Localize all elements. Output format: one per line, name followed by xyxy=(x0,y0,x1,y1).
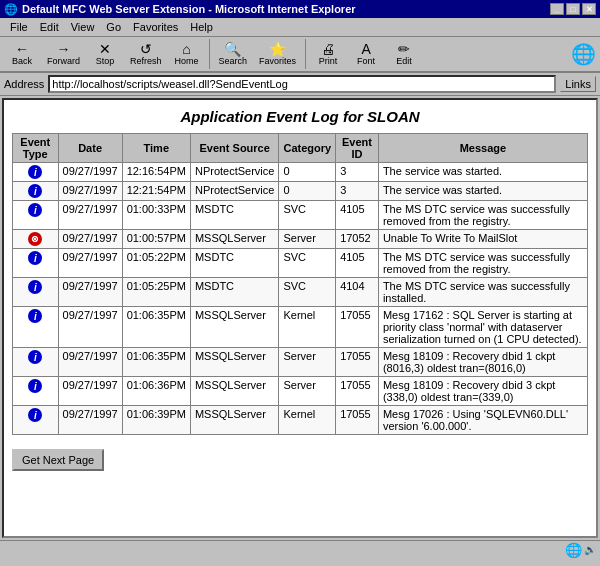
cell-category: SVC xyxy=(279,278,336,307)
cell-date: 09/27/1997 xyxy=(58,201,122,230)
ie-logo: 🌐 xyxy=(571,42,596,66)
stop-button[interactable]: ✕ Stop xyxy=(87,39,123,69)
menu-edit[interactable]: Edit xyxy=(34,20,65,34)
refresh-button[interactable]: ↺ Refresh xyxy=(125,39,167,69)
error-icon: ⊗ xyxy=(28,232,42,246)
cell-event_id: 3 xyxy=(336,163,379,182)
cell-message: The service was started. xyxy=(378,163,587,182)
font-button[interactable]: A Font xyxy=(348,39,384,69)
links-button[interactable]: Links xyxy=(560,76,596,92)
table-row: i09/27/199701:06:35PMMSSQLServerServer17… xyxy=(13,348,588,377)
cell-message: Mesg 18109 : Recovery dbid 1 ckpt (8016,… xyxy=(378,348,587,377)
event-table: Event Type Date Time Event Source Catego… xyxy=(12,133,588,435)
cell-event_id: 17055 xyxy=(336,307,379,348)
menu-view[interactable]: View xyxy=(65,20,101,34)
title-bar: 🌐 Default MFC Web Server Extension - Mic… xyxy=(0,0,600,18)
search-icon: 🔍 xyxy=(224,42,241,56)
info-icon: i xyxy=(28,251,42,265)
col-event-id: Event ID xyxy=(336,134,379,163)
cell-source: NProtectService xyxy=(190,182,278,201)
get-next-page-button[interactable]: Get Next Page xyxy=(12,449,104,471)
edit-icon: ✏ xyxy=(398,42,410,56)
cell-time: 01:06:39PM xyxy=(122,406,190,435)
home-button[interactable]: ⌂ Home xyxy=(169,39,205,69)
table-row: i09/27/199701:06:39PMMSSQLServerKernel17… xyxy=(13,406,588,435)
cell-event_id: 4105 xyxy=(336,201,379,230)
cell-date: 09/27/1997 xyxy=(58,163,122,182)
cell-message: The MS DTC service was successfully remo… xyxy=(378,249,587,278)
font-label: Font xyxy=(357,56,375,66)
cell-time: 01:05:25PM xyxy=(122,278,190,307)
table-row: i09/27/199701:05:22PMMSDTCSVC4105The MS … xyxy=(13,249,588,278)
menu-favorites[interactable]: Favorites xyxy=(127,20,184,34)
content-area[interactable]: Application Event Log for SLOAN Event Ty… xyxy=(2,98,598,538)
cell-date: 09/27/1997 xyxy=(58,182,122,201)
cell-message: Mesg 17026 : Using 'SQLEVN60.DLL' versio… xyxy=(378,406,587,435)
minimize-button[interactable]: _ xyxy=(550,3,564,15)
edit-button[interactable]: ✏ Edit xyxy=(386,39,422,69)
forward-button[interactable]: → Forward xyxy=(42,39,85,69)
cell-source: MSDTC xyxy=(190,278,278,307)
refresh-icon: ↺ xyxy=(140,42,152,56)
toolbar: ← Back → Forward ✕ Stop ↺ Refresh ⌂ Home… xyxy=(0,37,600,73)
title-bar-buttons[interactable]: _ □ ✕ xyxy=(550,3,596,15)
info-icon: i xyxy=(28,408,42,422)
info-icon: i xyxy=(28,379,42,393)
page-content: Application Event Log for SLOAN Event Ty… xyxy=(4,100,596,443)
address-input[interactable] xyxy=(48,75,556,93)
back-icon: ← xyxy=(15,42,29,56)
cell-date: 09/27/1997 xyxy=(58,377,122,406)
info-icon: i xyxy=(28,165,42,179)
cell-time: 01:06:36PM xyxy=(122,377,190,406)
page-title: Application Event Log for SLOAN xyxy=(12,108,588,125)
window-title: Default MFC Web Server Extension - Micro… xyxy=(22,3,356,15)
toolbar-separator-1 xyxy=(209,39,210,69)
close-button[interactable]: ✕ xyxy=(582,3,596,15)
table-row: i09/27/199701:06:35PMMSSQLServerKernel17… xyxy=(13,307,588,348)
table-row: i09/27/199701:00:33PMMSDTCSVC4105The MS … xyxy=(13,201,588,230)
cell-message: The MS DTC service was successfully inst… xyxy=(378,278,587,307)
cell-category: SVC xyxy=(279,249,336,278)
col-date: Date xyxy=(58,134,122,163)
cell-time: 01:06:35PM xyxy=(122,307,190,348)
cell-category: Server xyxy=(279,377,336,406)
zone-label: 🔊 xyxy=(584,544,596,555)
cell-source: MSSQLServer xyxy=(190,406,278,435)
cell-source: MSSQLServer xyxy=(190,377,278,406)
title-bar-left: 🌐 Default MFC Web Server Extension - Mic… xyxy=(4,3,356,16)
cell-category: Kernel xyxy=(279,406,336,435)
back-button[interactable]: ← Back xyxy=(4,39,40,69)
cell-category: 0 xyxy=(279,182,336,201)
menu-go[interactable]: Go xyxy=(100,20,127,34)
info-icon: i xyxy=(28,184,42,198)
col-event-type: Event Type xyxy=(13,134,59,163)
back-label: Back xyxy=(12,56,32,66)
cell-source: MSDTC xyxy=(190,201,278,230)
font-icon: A xyxy=(361,42,370,56)
address-bar: Address Links xyxy=(0,73,600,96)
cell-date: 09/27/1997 xyxy=(58,249,122,278)
cell-date: 09/27/1997 xyxy=(58,406,122,435)
cell-source: MSSQLServer xyxy=(190,348,278,377)
cell-category: SVC xyxy=(279,201,336,230)
menu-file[interactable]: File xyxy=(4,20,34,34)
home-label: Home xyxy=(175,56,199,66)
cell-message: Mesg 18109 : Recovery dbid 3 ckpt (338,0… xyxy=(378,377,587,406)
info-icon: i xyxy=(28,309,42,323)
print-button[interactable]: 🖨 Print xyxy=(310,39,346,69)
cell-date: 09/27/1997 xyxy=(58,278,122,307)
table-row: ⊗09/27/199701:00:57PMMSSQLServerServer17… xyxy=(13,230,588,249)
menu-help[interactable]: Help xyxy=(184,20,219,34)
cell-event_id: 17052 xyxy=(336,230,379,249)
zone-icon: 🌐 xyxy=(565,542,582,558)
favorites-button[interactable]: ⭐ Favorites xyxy=(254,39,301,69)
search-button[interactable]: 🔍 Search xyxy=(214,39,253,69)
maximize-button[interactable]: □ xyxy=(566,3,580,15)
cell-category: 0 xyxy=(279,163,336,182)
info-icon: i xyxy=(28,280,42,294)
refresh-label: Refresh xyxy=(130,56,162,66)
cell-time: 12:21:54PM xyxy=(122,182,190,201)
button-area: Get Next Page xyxy=(4,443,596,477)
cell-event_id: 17055 xyxy=(336,377,379,406)
cell-date: 09/27/1997 xyxy=(58,230,122,249)
